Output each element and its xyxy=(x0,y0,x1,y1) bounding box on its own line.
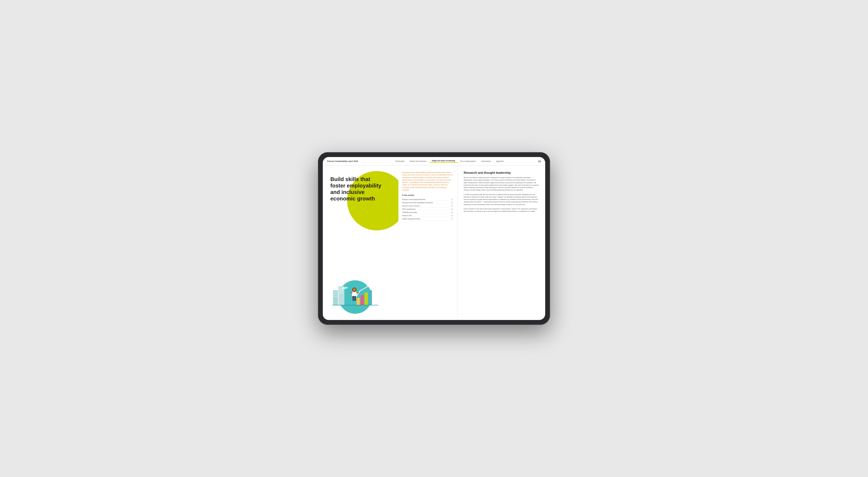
toc-list: Research and thought leadership21›Person… xyxy=(402,198,454,220)
device-screen: Pearson Sustainability report 2018 Intro… xyxy=(323,157,545,320)
middle-panel: Education drives social mobility, helpin… xyxy=(398,166,458,320)
page-number: 21 xyxy=(538,160,541,163)
left-panel: Build skills that foster employability a… xyxy=(323,166,398,320)
svg-rect-14 xyxy=(342,292,343,293)
nav-link-reach-more[interactable]: Reach more learners xyxy=(407,160,429,162)
svg-rect-3 xyxy=(336,292,337,293)
svg-rect-23 xyxy=(354,296,356,301)
svg-rect-27 xyxy=(356,292,359,293)
svg-rect-7 xyxy=(336,296,337,297)
svg-rect-11 xyxy=(340,290,341,291)
svg-rect-5 xyxy=(336,294,337,295)
svg-rect-2 xyxy=(334,292,335,293)
svg-rect-15 xyxy=(356,298,360,305)
right-body: We are committed to helping learners nav… xyxy=(464,177,539,213)
svg-rect-1 xyxy=(333,290,338,305)
right-panel: Research and thought leadership We are c… xyxy=(458,166,545,320)
right-paragraph: Future research in this space will inclu… xyxy=(464,208,539,213)
nav-links: Introduction Reach more learners Shape t… xyxy=(364,160,535,163)
right-title: Research and thought leadership xyxy=(464,171,539,174)
illustration xyxy=(328,272,382,315)
svg-rect-17 xyxy=(365,292,368,305)
right-paragraph: In 2018, we partnered with Jobs for the … xyxy=(464,193,539,206)
toc-item[interactable]: BTEC qualifications23› xyxy=(402,208,454,211)
svg-rect-12 xyxy=(342,290,343,291)
main-content: Build skills that foster employability a… xyxy=(323,166,545,320)
svg-rect-26 xyxy=(350,292,352,293)
toc-item[interactable]: CAMFED partnership23› xyxy=(402,211,454,214)
svg-point-30 xyxy=(370,283,374,285)
svg-rect-9 xyxy=(340,288,341,289)
svg-rect-6 xyxy=(334,296,335,297)
intro-text: Education drives social mobility, helpin… xyxy=(402,171,454,191)
nav-logo: Pearson Sustainability report 2018 xyxy=(327,160,358,162)
top-nav: Pearson Sustainability report 2018 Intro… xyxy=(323,157,545,166)
svg-rect-16 xyxy=(361,295,364,305)
svg-rect-4 xyxy=(334,294,335,295)
toc-item[interactable]: Pearson VUE25› xyxy=(402,214,454,217)
section-label: In this section: xyxy=(402,194,454,196)
nav-link-trusted-partner[interactable]: Be a trusted partner xyxy=(458,160,478,162)
svg-point-33 xyxy=(345,287,348,289)
toc-item[interactable]: Research and thought leadership21› xyxy=(402,198,454,201)
svg-rect-13 xyxy=(340,292,341,293)
svg-point-31 xyxy=(366,284,370,286)
right-paragraph: We are committed to helping learners nav… xyxy=(464,177,539,192)
nav-link-shape-future[interactable]: Shape the future of learning xyxy=(429,160,458,163)
svg-rect-22 xyxy=(352,296,354,301)
left-heading: Build skills that foster employability a… xyxy=(330,176,384,202)
nav-link-governance[interactable]: Governance xyxy=(478,160,493,162)
nav-link-introduction[interactable]: Introduction xyxy=(393,160,407,162)
svg-rect-18 xyxy=(369,290,372,305)
device-frame: Pearson Sustainability report 2018 Intro… xyxy=(318,152,550,325)
toc-item[interactable]: English language learning25› xyxy=(402,217,454,220)
toc-item[interactable]: Personal and Social Capabilities Framewo… xyxy=(402,201,454,204)
nav-link-appendix[interactable]: Appendix xyxy=(494,160,506,162)
svg-rect-21 xyxy=(352,292,357,296)
svg-point-25 xyxy=(353,288,356,291)
toc-item[interactable]: Pearson Career Success22› xyxy=(402,204,454,208)
